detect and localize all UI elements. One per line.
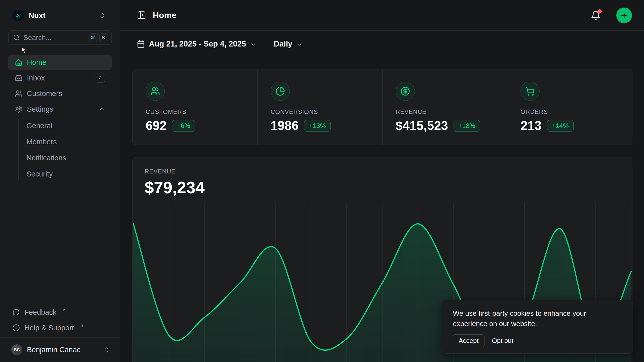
stat-revenue[interactable]: REVENUE $415,523 +18% <box>382 69 507 145</box>
avatar: BC <box>11 344 22 355</box>
stat-value: 1986 <box>271 118 299 133</box>
add-button[interactable] <box>616 8 632 23</box>
page-title: Home <box>153 10 584 20</box>
sidebar-item-help-support[interactable]: Help & Support <box>8 320 112 335</box>
chat-bubble-icon <box>12 308 20 316</box>
notification-dot <box>597 9 602 14</box>
granularity-value: Daily <box>274 39 292 49</box>
user-name: Benjamin Canac <box>27 346 99 354</box>
plus-icon <box>620 11 628 19</box>
search-placeholder: Search... <box>23 34 85 42</box>
stat-value: $415,523 <box>396 118 448 133</box>
granularity-select[interactable]: Daily <box>274 39 303 49</box>
workspace-switcher[interactable]: Nuxt <box>0 0 120 28</box>
stat-delta-badge: +18% <box>454 120 480 132</box>
stat-delta-badge: +13% <box>304 120 331 132</box>
users-icon <box>146 82 165 101</box>
stat-delta-badge: +6% <box>172 120 195 132</box>
sidebar-item-feedback[interactable]: Feedback <box>8 305 112 320</box>
stat-value: 213 <box>520 118 541 133</box>
external-link-icon <box>62 308 66 312</box>
stat-orders[interactable]: ORDERS 213 +14% <box>507 69 632 145</box>
circle-dollar-icon <box>396 82 415 101</box>
calendar-icon <box>137 40 145 48</box>
filters-toolbar: Aug 21, 2025 - Sep 4, 2025 Daily <box>120 31 644 57</box>
sidebar-item-settings[interactable]: Settings <box>8 102 112 117</box>
sidebar-item-general[interactable]: General <box>8 118 112 134</box>
shopping-cart-icon <box>520 82 540 101</box>
pie-chart-icon <box>271 82 290 101</box>
settings-subnav: General Members Notifications Security <box>8 118 112 182</box>
date-range-picker[interactable]: Aug 21, 2025 - Sep 4, 2025 <box>137 39 257 49</box>
chevron-up-icon <box>99 106 105 112</box>
stat-label: REVENUE <box>396 108 494 115</box>
gear-icon <box>15 105 22 113</box>
sidebar-item-customers[interactable]: Customers <box>8 86 112 101</box>
inbox-icon <box>15 74 22 82</box>
sidebar-footer: Feedback Help & Support <box>0 304 120 337</box>
home-icon <box>15 59 22 66</box>
stat-customers[interactable]: CUSTOMERS 692 +6% <box>133 69 257 145</box>
brand-name: Nuxt <box>29 11 94 20</box>
sidebar-item-label: Help & Support <box>24 324 74 332</box>
sidebar-item-security[interactable]: Security <box>8 166 112 182</box>
sidebar-item-members[interactable]: Members <box>8 134 112 150</box>
nuxt-logo-icon <box>12 10 24 21</box>
search-input[interactable]: Search... ⌘ K <box>8 30 112 45</box>
sidebar-item-home[interactable]: Home <box>8 55 112 70</box>
sidebar-item-label: Customers <box>27 89 62 98</box>
optout-cookies-button[interactable]: Opt out <box>492 335 513 347</box>
cookie-message: We use first-party cookies to enhance yo… <box>453 308 615 329</box>
page-header: Home <box>120 0 644 31</box>
sidebar-item-label: Home <box>27 58 46 67</box>
sidebar-item-label: Inbox <box>27 74 45 82</box>
stats-panel: CUSTOMERS 692 +6% CONVERSIONS 1986 +13% <box>132 69 632 145</box>
stat-label: CUSTOMERS <box>146 108 244 115</box>
chevrons-up-down-icon <box>99 12 105 19</box>
search-shortcut: ⌘ K <box>89 33 108 42</box>
user-menu[interactable]: BC Benjamin Canac <box>0 337 120 362</box>
external-link-icon <box>79 324 84 328</box>
kbd-k: K <box>99 33 108 42</box>
chevron-down-icon <box>250 41 257 48</box>
sidebar-item-label: Settings <box>27 105 53 113</box>
revenue-panel-label: REVENUE <box>145 168 620 175</box>
sidebar-item-inbox[interactable]: Inbox 4 <box>8 70 112 85</box>
cookie-banner: We use first-party cookies to enhance yo… <box>442 300 633 354</box>
stat-value: 692 <box>146 118 167 133</box>
sidebar: Nuxt Search... ⌘ K Home <box>0 0 120 362</box>
collapse-sidebar-icon[interactable] <box>137 11 146 20</box>
chevrons-up-down-icon <box>103 347 110 353</box>
sidebar-item-notifications[interactable]: Notifications <box>8 150 112 166</box>
chevron-down-icon <box>296 41 303 48</box>
info-circle-icon <box>12 324 20 332</box>
stat-label: CONVERSIONS <box>271 108 369 115</box>
accept-cookies-button[interactable]: Accept <box>453 334 485 347</box>
revenue-panel-value: $79,234 <box>145 178 620 197</box>
sidebar-item-label: Feedback <box>24 308 56 316</box>
stat-label: ORDERS <box>520 108 619 115</box>
sidebar-nav: Home Inbox 4 Customers <box>0 54 120 304</box>
users-icon <box>15 90 22 97</box>
kbd-cmd: ⌘ <box>89 33 98 42</box>
stat-conversions[interactable]: CONVERSIONS 1986 +13% <box>257 69 382 145</box>
stat-delta-badge: +14% <box>547 120 574 132</box>
notifications-button[interactable] <box>591 10 601 20</box>
search-icon <box>13 34 20 41</box>
date-range-value: Aug 21, 2025 - Sep 4, 2025 <box>149 39 246 49</box>
inbox-count-badge: 4 <box>96 73 105 83</box>
